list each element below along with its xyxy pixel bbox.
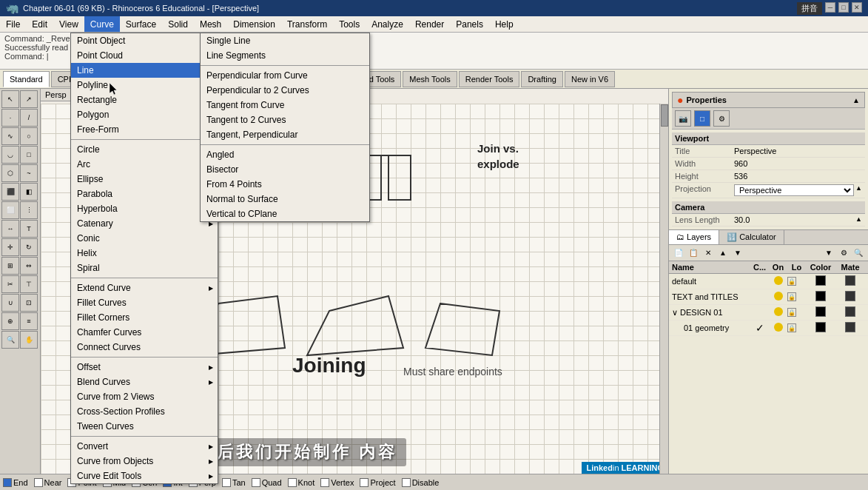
menu-solid[interactable]: Solid — [162, 16, 194, 32]
snap-near[interactable]: Near — [34, 478, 62, 487]
layer-color-text-titles[interactable] — [806, 291, 835, 303]
layer-btn-new-sub[interactable]: 📋 — [687, 246, 700, 260]
command-prompt[interactable]: Command: | — [4, 52, 864, 61]
layer-btn-new[interactable]: 📄 — [672, 246, 685, 260]
tab-surface-tools[interactable]: Surface Tools — [285, 71, 347, 87]
tool-trim[interactable]: ✂ — [1, 275, 19, 293]
layer-on-default[interactable] — [769, 276, 787, 286]
menu-render[interactable]: Render — [409, 16, 450, 32]
menu-view[interactable]: View — [53, 16, 84, 32]
layer-btn-filter[interactable]: ▼ — [822, 246, 835, 260]
menu-dimension[interactable]: Dimension — [227, 16, 281, 32]
tab-new-v6[interactable]: New in V6 — [565, 71, 615, 87]
tool-rotate[interactable]: ↻ — [20, 238, 38, 256]
snap-end[interactable]: End — [3, 478, 28, 487]
collapse-icon[interactable]: ▲ — [852, 96, 860, 104]
layer-btn-up[interactable]: ▲ — [716, 246, 730, 260]
tool-freeform[interactable]: ~ — [20, 164, 38, 182]
layer-lo-default[interactable]: 🔒 — [787, 277, 806, 286]
tool-line[interactable]: / — [20, 109, 38, 127]
menu-analyze[interactable]: Analyze — [366, 16, 409, 32]
snap-project-checkbox[interactable] — [360, 478, 369, 487]
tool-surface[interactable]: ◧ — [20, 183, 38, 201]
snap-vertex-checkbox[interactable] — [320, 478, 329, 487]
tab-layers[interactable]: 🗂 Layers — [669, 230, 719, 244]
menu-curve[interactable]: Curve — [84, 16, 120, 32]
minimize-button[interactable]: ─ — [825, 2, 835, 13]
tool-circle[interactable]: ○ — [20, 127, 38, 145]
menu-transform[interactable]: Transform — [281, 16, 333, 32]
snap-quad-checkbox[interactable] — [252, 478, 260, 487]
tab-lines[interactable]: Lines — [193, 71, 226, 87]
layer-current-geometry[interactable]: ✓ — [750, 322, 769, 334]
tab-solid-tools[interactable]: Solid Tools — [349, 71, 401, 87]
tool-arc[interactable]: ◡ — [1, 146, 19, 164]
tool-select[interactable]: ↖ — [1, 90, 19, 108]
tool-move[interactable]: ✛ — [1, 238, 19, 256]
tool-pan[interactable]: ✋ — [20, 331, 38, 349]
snap-project[interactable]: Project — [360, 478, 395, 487]
snap-disable-checkbox[interactable] — [402, 478, 411, 487]
tab-mesh-tools[interactable]: Mesh Tools — [403, 71, 457, 87]
snap-near-checkbox[interactable] — [34, 478, 43, 487]
menu-edit[interactable]: Edit — [26, 16, 53, 32]
tab-drafting[interactable]: Drafting — [521, 71, 563, 87]
layer-color-geometry[interactable] — [806, 322, 835, 334]
layer-btn-settings[interactable]: ⚙ — [837, 246, 850, 260]
menu-tools[interactable]: Tools — [333, 16, 366, 32]
tool-dim[interactable]: ↔ — [1, 220, 19, 238]
snap-cen-checkbox[interactable] — [132, 478, 141, 487]
tool-mesh[interactable]: ⋮ — [20, 201, 38, 219]
menu-mesh[interactable]: Mesh — [194, 16, 227, 32]
layer-on-design01[interactable] — [769, 307, 787, 318]
layer-btn-down[interactable]: ▼ — [731, 246, 744, 260]
tab-curve-tools[interactable]: Curve Tools — [227, 71, 283, 87]
layer-btn-search[interactable]: 🔍 — [852, 246, 865, 260]
viewport-scrollbar[interactable] — [659, 104, 668, 474]
tool-point[interactable]: · — [1, 109, 19, 127]
snap-end-checkbox[interactable] — [3, 478, 12, 487]
layer-lo-design01[interactable]: 🔒 — [787, 308, 806, 317]
tool-layer[interactable]: ≡ — [20, 312, 38, 330]
menu-file[interactable]: File — [0, 16, 26, 32]
prop-icon-camera[interactable]: 📷 — [675, 110, 691, 127]
tool-rect[interactable]: □ — [20, 146, 38, 164]
snap-point-checkbox[interactable] — [67, 478, 76, 487]
snap-tan-checkbox[interactable] — [222, 478, 231, 487]
prop-icon-settings[interactable]: ⚙ — [713, 110, 730, 127]
tool-split[interactable]: ⊤ — [20, 275, 38, 293]
tool-join[interactable]: ∪ — [1, 294, 19, 312]
layer-on-geometry[interactable] — [769, 323, 787, 333]
snap-mid[interactable]: Mid — [103, 478, 127, 487]
tool-zoom[interactable]: 🔍 — [1, 331, 19, 349]
tool-solid[interactable]: ⬜ — [1, 201, 19, 219]
layer-mate-geometry[interactable] — [835, 322, 865, 334]
tab-curve-drawing[interactable]: Curve Drawing — [124, 71, 192, 87]
snap-quad[interactable]: Quad — [252, 478, 282, 487]
layer-row-text-titles[interactable]: TEXT and TITLES 🔒 — [669, 289, 868, 305]
snap-perp-checkbox[interactable] — [189, 478, 198, 487]
snap-knot-checkbox[interactable] — [288, 478, 297, 487]
prop-select-projection[interactable]: Perspective — [734, 184, 854, 196]
tool-mirror[interactable]: ⇔ — [20, 257, 38, 275]
layer-row-geometry[interactable]: 01 geometry ✓ 🔒 — [669, 320, 868, 336]
tool-extrude[interactable]: ⬛ — [1, 183, 19, 201]
snap-int[interactable]: Int — [163, 478, 182, 487]
layer-on-text-titles[interactable] — [769, 292, 787, 302]
prop-icon-view[interactable]: □ — [694, 110, 710, 127]
tool-snap[interactable]: ⊕ — [1, 312, 19, 330]
tool-curve[interactable]: ∿ — [1, 127, 19, 145]
layer-mate-default[interactable] — [835, 275, 865, 287]
tab-standard[interactable]: Standard — [3, 71, 50, 87]
layer-lo-geometry[interactable]: 🔒 — [787, 323, 806, 332]
tool-select2[interactable]: ↗ — [20, 90, 38, 108]
snap-tan[interactable]: Tan — [222, 478, 246, 487]
snap-vertex[interactable]: Vertex — [320, 478, 354, 487]
snap-knot[interactable]: Knot — [288, 478, 315, 487]
snap-disable[interactable]: Disable — [402, 478, 440, 487]
tool-group[interactable]: ⊡ — [20, 294, 38, 312]
layer-mate-text-titles[interactable] — [835, 291, 865, 303]
input-method-label[interactable]: 拼音 — [797, 2, 822, 15]
snap-int-checkbox[interactable] — [163, 478, 172, 487]
layer-color-design01[interactable] — [806, 306, 835, 318]
